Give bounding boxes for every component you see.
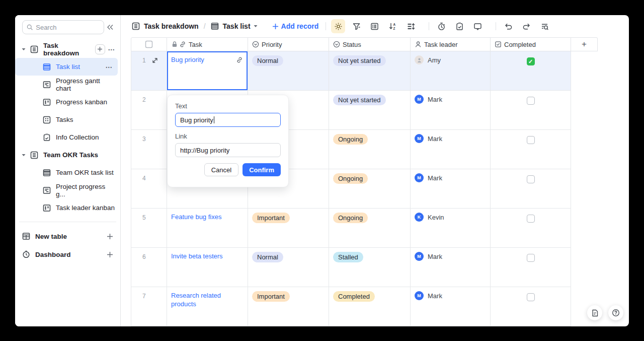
sidebar-item-team-okr-task-list[interactable]: Team OKR task list [15, 164, 120, 181]
redo-button[interactable] [519, 19, 533, 33]
breadcrumb-base[interactable]: Task breakdown [144, 22, 199, 30]
column-header-task-leader[interactable]: Task leader [411, 37, 491, 51]
cell-completed[interactable] [491, 130, 571, 169]
column-header-status[interactable]: Status [329, 37, 411, 51]
link-icon[interactable] [236, 56, 243, 63]
sidebar-item-progress-kanban[interactable]: Progress kanban [15, 93, 120, 111]
cell-status[interactable]: Ongoing [329, 209, 411, 248]
filter-button[interactable] [349, 19, 363, 33]
completed-checkbox[interactable] [527, 175, 535, 183]
help-fab-button[interactable] [608, 305, 623, 320]
task-link[interactable]: Feature bug fixes [171, 213, 244, 221]
chevron-down-icon[interactable] [253, 24, 258, 29]
task-link[interactable]: Research related products [171, 291, 244, 308]
sidebar-item-progress-gantt[interactable]: Progress gantt chart [15, 76, 120, 93]
docs-fab-button[interactable] [587, 305, 602, 320]
column-header-completed[interactable]: Completed [491, 37, 571, 51]
comment-button[interactable] [470, 19, 485, 33]
settings-button[interactable] [331, 19, 345, 33]
completed-checkbox[interactable] [527, 215, 535, 223]
cell-completed[interactable] [491, 248, 571, 287]
cell-priority[interactable]: Important [248, 287, 329, 326]
sidebar-item-task-leader-kanban[interactable]: Task leader kanban [15, 199, 120, 217]
cell-task-leader[interactable]: MMark [411, 169, 491, 209]
more-icon[interactable]: ⋯ [106, 63, 113, 71]
cell-priority[interactable]: Normal [248, 248, 329, 287]
column-header-priority[interactable]: Priority [248, 37, 329, 51]
completed-checkbox[interactable] [527, 97, 535, 105]
completed-checkbox[interactable] [527, 254, 535, 262]
cell-status[interactable]: Stalled [329, 248, 411, 287]
sidebar-item-project-progress[interactable]: Project progress g... [15, 181, 120, 199]
cell-task-leader[interactable]: MMark [411, 91, 491, 130]
task-link[interactable]: Bug priority [171, 55, 244, 64]
completed-checkbox[interactable] [527, 57, 535, 65]
cell-task[interactable]: Feature bug fixes [167, 209, 248, 248]
add-view-button[interactable] [95, 44, 105, 54]
cell-completed[interactable] [491, 169, 571, 209]
sidebar-item-team-okr-tasks[interactable]: Team OKR Tasks [15, 146, 120, 164]
column-header-task[interactable]: Task [167, 37, 248, 51]
cell-task[interactable]: Bug priority [167, 51, 248, 91]
cell-completed[interactable] [491, 51, 571, 91]
collapse-sidebar-button[interactable] [104, 21, 116, 33]
select-all-header[interactable] [131, 37, 167, 51]
add-column-button[interactable]: + [571, 37, 598, 51]
expand-record-icon[interactable] [151, 57, 158, 64]
plus-icon[interactable] [107, 233, 113, 240]
cell-status[interactable]: Not yet started [329, 91, 411, 130]
dashboard-button[interactable]: Dashboard [15, 245, 120, 263]
row-handle[interactable]: 3 [131, 130, 167, 169]
sidebar-item-task-list[interactable]: Task list ⋯ [15, 58, 118, 76]
row-handle[interactable]: 6 [131, 248, 167, 287]
breadcrumb-view[interactable]: Task list [223, 22, 251, 30]
row-handle[interactable]: 1 [131, 51, 167, 91]
cancel-button[interactable]: Cancel [204, 163, 238, 176]
row-height-button[interactable] [404, 19, 418, 33]
cell-priority[interactable]: Important [248, 209, 329, 248]
row-handle[interactable]: 4 [131, 169, 167, 209]
link-input[interactable]: http://Bug priority [175, 143, 281, 157]
cell-task[interactable]: Invite beta testers [167, 248, 248, 287]
confirm-button[interactable]: Confirm [243, 163, 281, 176]
new-table-button[interactable]: New table [15, 227, 120, 245]
search-input[interactable] [36, 24, 100, 31]
plus-icon[interactable] [107, 251, 113, 258]
cell-task-leader[interactable]: Amy [411, 51, 491, 91]
completed-checkbox[interactable] [527, 136, 535, 144]
cell-priority[interactable]: Normal [248, 51, 329, 91]
cell-completed[interactable] [491, 91, 571, 130]
row-handle[interactable]: 2 [131, 91, 167, 130]
row-handle[interactable]: 7 [131, 287, 167, 326]
caret-down-icon [21, 153, 26, 158]
automation-button[interactable] [434, 19, 448, 33]
cell-task-leader[interactable]: MMark [411, 130, 491, 169]
more-icon[interactable]: ⋯ [108, 45, 116, 53]
cell-status[interactable]: Ongoing [329, 169, 411, 209]
sort-button[interactable]: AZ [385, 19, 399, 33]
checkbox-icon[interactable] [145, 40, 153, 48]
row-handle[interactable]: 5 [131, 209, 167, 248]
text-input[interactable]: Bug priority [175, 113, 281, 127]
completed-checkbox[interactable] [527, 293, 535, 301]
cell-task[interactable]: Research related products [167, 287, 248, 326]
cell-task-leader[interactable]: MMark [411, 248, 491, 287]
cell-status[interactable]: Completed [329, 287, 411, 326]
group-button[interactable] [367, 19, 381, 33]
table-row: 7 Research related products Important Co… [131, 287, 598, 326]
cell-completed[interactable] [491, 209, 571, 248]
cell-task-leader[interactable]: MMark [411, 287, 491, 326]
cell-status[interactable]: Not yet started [329, 51, 411, 91]
sidebar-item-info-collection[interactable]: Info Collection [15, 128, 120, 146]
sidebar-item-tasks[interactable]: Tasks [15, 111, 120, 128]
cell-completed[interactable] [491, 287, 571, 326]
add-record-button[interactable]: Add record [272, 22, 319, 30]
undo-button[interactable] [501, 19, 515, 33]
form-button[interactable] [452, 19, 466, 33]
cell-task-leader[interactable]: KKevin [411, 209, 491, 248]
table-search-button[interactable] [537, 19, 551, 33]
cell-status[interactable]: Ongoing [329, 130, 411, 169]
sidebar-item-task-breakdown[interactable]: Task breakdown ⋯ [15, 40, 120, 58]
search-input-wrap[interactable] [22, 20, 104, 34]
task-link[interactable]: Invite beta testers [171, 252, 244, 260]
